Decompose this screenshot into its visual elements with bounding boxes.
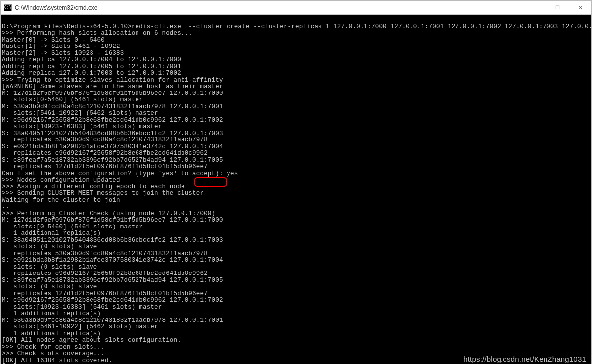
terminal-line: .. <box>2 204 590 211</box>
terminal-line: >>> Sending CLUSTER MEET messages to joi… <box>2 190 590 197</box>
terminal-line: D:\Program Files\Redis-x64-5.0.10>redis-… <box>2 24 590 31</box>
terminal-line: slots: (0 slots) slave <box>2 264 590 271</box>
terminal-line: [WARNING] Some slaves are in the same ho… <box>2 84 590 91</box>
terminal-line: Master[0] -> Slots 0 - 5460 <box>2 37 590 44</box>
terminal-line <box>2 17 590 24</box>
terminal-line: >>> Trying to optimize slaves allocation… <box>2 77 590 84</box>
watermark-text: https://blog.csdn.net/KenZhang1031 <box>463 356 586 363</box>
terminal-line: Master[2] -> Slots 10923 - 16383 <box>2 50 590 57</box>
terminal-line: replicates 530a3b0d9fcc80a4c8c1210743183… <box>2 137 590 144</box>
terminal-line: Can I set the above configuration? (type… <box>2 171 590 178</box>
terminal-output[interactable]: D:\Program Files\Redis-x64-5.0.10>redis-… <box>1 15 591 364</box>
terminal-line: replicates 530a3b0d9fcc80a4c8c1210743183… <box>2 251 590 258</box>
terminal-line: slots:[5461-10922] (5462 slots) master <box>2 110 590 117</box>
terminal-line: slots: (0 slots) slave <box>2 284 590 291</box>
window-title: C:\Windows\system32\cmd.exe <box>15 4 97 11</box>
terminal-line: replicates 127d1d2f5ef0976bf876f1d58cf01… <box>2 164 590 171</box>
terminal-line: M: c96d92167f25658f92b8e68fbe2cd641db0c9… <box>2 117 590 124</box>
terminal-line: slots:[5461-10922] (5462 slots) master <box>2 324 590 331</box>
terminal-line: >>> Performing Cluster Check (using node… <box>2 211 590 218</box>
terminal-line: Waiting for the cluster to join <box>2 197 590 204</box>
terminal-line: slots:[0-5460] (5461 slots) master <box>2 97 590 104</box>
terminal-line: Adding replica 127.0.0.1:7005 to 127.0.0… <box>2 64 590 71</box>
terminal-line: 1 additional replica(s) <box>2 331 590 338</box>
cmd-icon: C:\ <box>4 4 12 11</box>
terminal-line: >>> Check for open slots... <box>2 344 590 351</box>
terminal-line: >>> Performing hash slots allocation on … <box>2 30 590 37</box>
terminal-line: S: c89feaf7a5e18732ab3396ef92bb7d6527b4a… <box>2 277 590 284</box>
terminal-line: slots:[0-5460] (5461 slots) master <box>2 224 590 231</box>
terminal-line: S: 38a040511201027b5404836cd08b6b36ebcc1… <box>2 131 590 137</box>
terminal-line: M: 127d1d2f5ef0976bf876f1d58cf01bf5d5b96… <box>2 217 590 224</box>
terminal-line: slots: (0 slots) slave <box>2 244 590 251</box>
terminal-line: S: e0921bda3b8f1a2982b1afce3707580341e37… <box>2 257 590 264</box>
terminal-line: 1 additional replica(s) <box>2 311 590 318</box>
terminal-line: replicates 127d1d2f5ef0976bf876f1d58cf01… <box>2 291 590 298</box>
terminal-line: >>> Nodes configuration updated <box>2 177 590 184</box>
terminal-line: 1 additional replica(s) <box>2 230 590 237</box>
terminal-line: slots:[10923-16383] (5461 slots) master <box>2 304 590 311</box>
terminal-line: Adding replica 127.0.0.1:7003 to 127.0.0… <box>2 70 590 77</box>
terminal-line: replicates c96d92167f25658f92b8e68fbe2cd… <box>2 150 590 157</box>
terminal-line: replicates c96d92167f25658f92b8e68fbe2cd… <box>2 271 590 277</box>
terminal-line: M: 127d1d2f5ef0976bf876f1d58cf01bf5d5b96… <box>2 91 590 97</box>
terminal-line: M: 530a3b0d9fcc80a4c8c12107431832f1aacb7… <box>2 104 590 111</box>
close-button[interactable]: ✕ <box>569 1 591 15</box>
terminal-line: S: c89feaf7a5e18732ab3396ef92bb7d6527b4a… <box>2 157 590 164</box>
terminal-line: >>> Assign a different config epoch to e… <box>2 184 590 191</box>
terminal-line: S: e0921bda3b8f1a2982b1afce3707580341e37… <box>2 144 590 151</box>
terminal-line: slots:[10923-16383] (5461 slots) master <box>2 124 590 131</box>
terminal-line: S: 38a040511201027b5404836cd08b6b36ebcc1… <box>2 237 590 244</box>
window-titlebar: C:\ C:\Windows\system32\cmd.exe ― ☐ ✕ <box>1 1 591 15</box>
maximize-button[interactable]: ☐ <box>546 1 569 15</box>
terminal-line: Adding replica 127.0.0.1:7004 to 127.0.0… <box>2 57 590 64</box>
terminal-line: M: c96d92167f25658f92b8e68fbe2cd641db0c9… <box>2 297 590 304</box>
terminal-line: Master[1] -> Slots 5461 - 10922 <box>2 44 590 50</box>
minimize-button[interactable]: ― <box>524 1 546 15</box>
terminal-line: [OK] All nodes agree about slots configu… <box>2 337 590 344</box>
terminal-line: M: 530a3b0d9fcc80a4c8c12107431832f1aacb7… <box>2 318 590 324</box>
